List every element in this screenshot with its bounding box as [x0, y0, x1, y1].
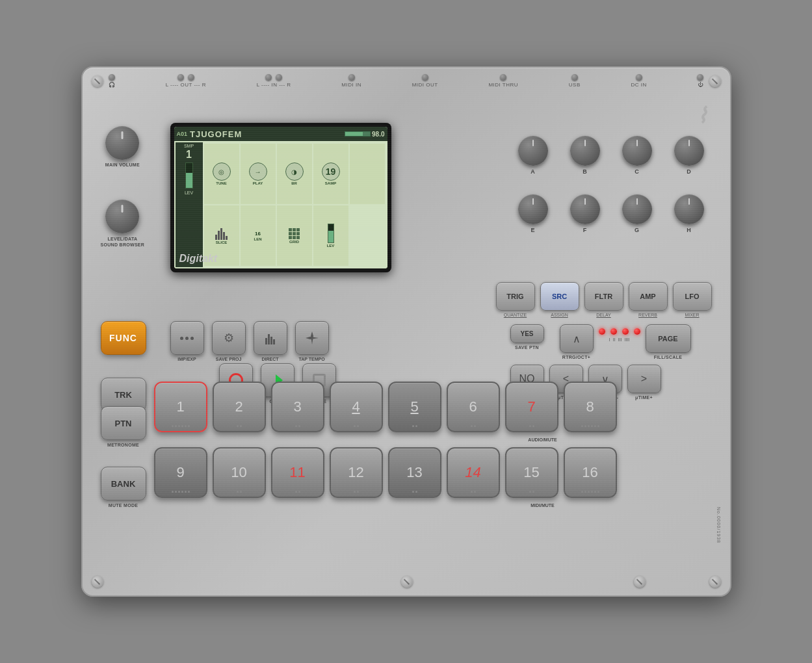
- step-10-dots: [237, 491, 242, 493]
- knob-d-group: D: [666, 136, 712, 188]
- step-9-label: 9: [176, 464, 184, 481]
- step-3-button[interactable]: 3: [271, 382, 324, 432]
- amp-button[interactable]: AMP: [629, 282, 668, 311]
- screw-tl: [92, 75, 103, 87]
- serial-number: No.0000/1938: [716, 507, 721, 543]
- screw-br: [709, 576, 721, 588]
- knob-h-label: H: [687, 227, 691, 233]
- trig-button[interactable]: TRIG: [496, 282, 535, 311]
- play-label: PLAY: [253, 181, 263, 185]
- step-6-label: 6: [469, 398, 477, 415]
- dc-jack: [636, 74, 642, 81]
- midi-out-jack: [422, 74, 428, 81]
- knob-b-group: B: [562, 136, 608, 188]
- usb-jack: [571, 74, 578, 81]
- knob-g[interactable]: [622, 194, 652, 224]
- main-volume-knob[interactable]: [105, 126, 139, 160]
- step-13-button[interactable]: 13: [388, 447, 441, 498]
- led-labels: I II III IIII: [609, 337, 629, 342]
- trig-btn-group: TRIG QUANTIZE: [496, 282, 535, 317]
- left-knobs: MAIN VOLUME LEVEL/DATASOUND BROWSER: [101, 126, 145, 248]
- step-16-label: 16: [582, 464, 597, 481]
- src-btn-group: SRC ASSIGN: [540, 282, 579, 317]
- save-proj-group: ⚙ SAVE PROJ: [212, 321, 246, 361]
- samp-label: SAMP: [325, 181, 336, 185]
- knob-h[interactable]: [674, 194, 704, 224]
- step-2-button[interactable]: 2: [213, 382, 266, 432]
- step-1-label: 1: [176, 398, 184, 415]
- step-12-label: 12: [348, 464, 363, 481]
- lfo-button[interactable]: LFO: [673, 282, 712, 311]
- step-15-button[interactable]: 15: [505, 447, 558, 498]
- lev-fader: [328, 224, 334, 243]
- len-label: LEN: [254, 237, 262, 241]
- func-buttons-row: IMP/EXP ⚙ SAVE PROJ DIRECT: [170, 321, 329, 361]
- direct-button[interactable]: [254, 321, 287, 355]
- right-knobs: A B C D E F G H: [510, 136, 712, 246]
- param-samp: 19 SAMP: [313, 144, 348, 204]
- knob-c[interactable]: [622, 136, 652, 166]
- knob-d-label: D: [687, 168, 691, 175]
- knob-c-group: C: [614, 136, 660, 188]
- amp-btn-group: AMP REVERB: [629, 282, 668, 317]
- led-label-2: II: [613, 337, 616, 342]
- headphone-jack: [109, 74, 115, 81]
- bank-group: BANK MUTE MODE: [101, 467, 146, 508]
- knob-b[interactable]: [570, 136, 600, 166]
- knob-d[interactable]: [674, 136, 704, 166]
- screen-header: A01 TJUGOFEM 98.0: [174, 127, 387, 141]
- smp-label: SMP: [177, 144, 202, 148]
- step-14-button[interactable]: 14: [447, 447, 500, 498]
- knob-a[interactable]: [518, 136, 548, 166]
- step-16-button[interactable]: 16: [564, 447, 617, 498]
- midi-in-jack: [348, 74, 355, 81]
- tune-label: TUNE: [216, 181, 226, 185]
- step-11-button[interactable]: 11: [271, 447, 324, 498]
- play-icon: →: [249, 162, 267, 181]
- src-button[interactable]: SRC: [540, 282, 579, 311]
- knob-f[interactable]: [570, 194, 600, 224]
- step-6-button[interactable]: 6: [447, 382, 500, 432]
- steps-section: 1 2 3: [154, 382, 717, 508]
- led-1: [599, 328, 605, 335]
- screen-brand: Digitakt: [179, 253, 218, 265]
- imp-exp-label: IMP/EXP: [177, 357, 196, 361]
- spacer1: [549, 324, 555, 359]
- imp-exp-button[interactable]: [170, 321, 204, 355]
- ptn-button[interactable]: PTN: [101, 406, 146, 440]
- page-button[interactable]: PAGE: [646, 324, 691, 353]
- level-data-knob[interactable]: [105, 200, 139, 233]
- step-4-button[interactable]: 4: [330, 382, 383, 432]
- fltr-button[interactable]: FLTR: [584, 282, 623, 311]
- led-2: [610, 328, 617, 335]
- screen-body: SMP 1 LEV ◎ TUNE: [174, 141, 387, 268]
- up-button[interactable]: ∧: [560, 324, 594, 353]
- step-12-button[interactable]: 12: [330, 447, 383, 498]
- tap-tempo-label: TAP TEMPO: [298, 357, 324, 361]
- save-proj-button[interactable]: ⚙: [212, 321, 246, 355]
- knob-e[interactable]: [518, 194, 548, 224]
- step-1-button[interactable]: 1: [154, 382, 207, 432]
- step-5-dots: [412, 425, 417, 427]
- brand-logo: ⌇: [697, 103, 707, 128]
- midi-out-connector: MIDI OUT: [412, 74, 438, 88]
- page-btn-group: PAGE FILL/SCALE: [646, 324, 691, 359]
- step-10-button[interactable]: 10: [213, 447, 266, 498]
- power-button[interactable]: ⏻: [697, 74, 703, 88]
- step-8-button[interactable]: 8: [564, 382, 617, 432]
- step-8-label: 8: [586, 398, 594, 415]
- direct-label: DIRECT: [261, 357, 278, 361]
- tap-tempo-button[interactable]: [295, 321, 329, 355]
- step-7-button[interactable]: 7: [505, 382, 558, 432]
- func-button[interactable]: FUNC: [101, 321, 146, 355]
- yes-button[interactable]: YES: [510, 324, 544, 343]
- amp-sublabel: REVERB: [638, 313, 657, 317]
- level-data-label: LEVEL/DATASOUND BROWSER: [101, 236, 145, 248]
- direct-icon: [265, 332, 275, 344]
- midi-out-label: MIDI OUT: [412, 82, 438, 88]
- step-5-button[interactable]: 5: [388, 382, 441, 432]
- step-9-button[interactable]: 9: [154, 447, 207, 498]
- bank-button[interactable]: BANK: [101, 467, 146, 500]
- param-play: → PLAY: [241, 144, 276, 204]
- tap-tempo-group: TAP TEMPO: [295, 321, 329, 361]
